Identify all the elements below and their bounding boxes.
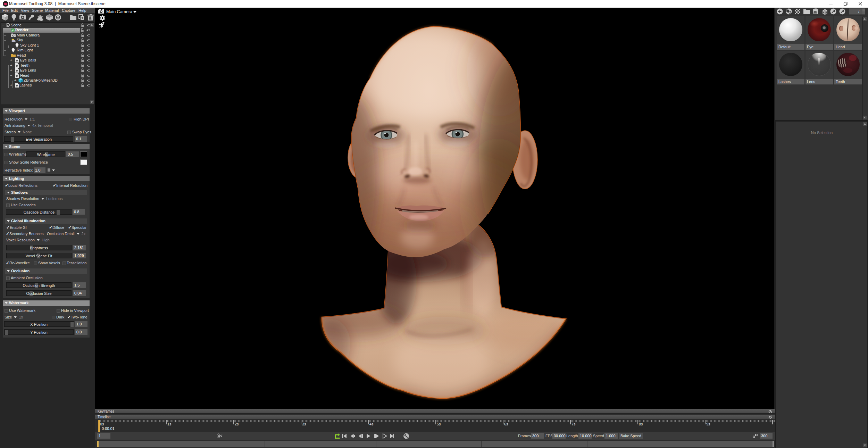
svg-text:5s: 5s	[437, 422, 441, 426]
svg-text:0:00.01: 0:00.01	[102, 426, 115, 431]
svg-text:8s: 8s	[639, 422, 643, 426]
svg-text:3s: 3s	[302, 422, 306, 426]
svg-text:7s: 7s	[571, 422, 576, 426]
svg-text:2s: 2s	[235, 422, 239, 426]
svg-text:6s: 6s	[504, 422, 508, 426]
svg-text:9s: 9s	[706, 422, 710, 426]
svg-text:1s: 1s	[167, 422, 172, 426]
svg-text:Main Camera: Main Camera	[106, 9, 132, 14]
svg-text:4s: 4s	[369, 422, 374, 426]
svg-text:0s: 0s	[100, 422, 104, 426]
svg-text:- /: - /	[856, 9, 860, 14]
